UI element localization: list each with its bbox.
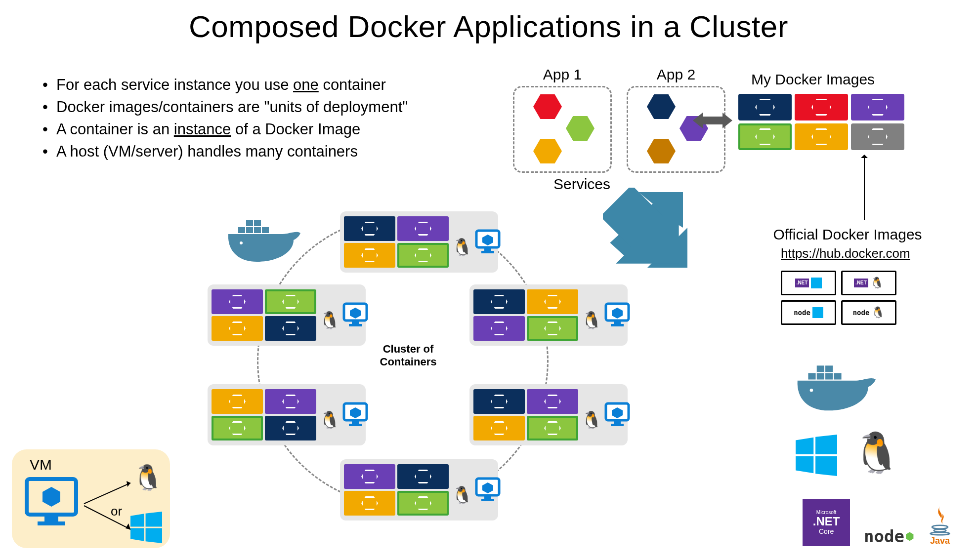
- app1-label: App 1: [513, 66, 612, 83]
- svg-marker-57: [146, 528, 162, 543]
- bullet-item: For each service instance you use one co…: [40, 74, 408, 96]
- monitor-icon: [474, 229, 503, 255]
- container-box: [527, 389, 578, 414]
- windows-icon: [130, 512, 162, 545]
- double-arrow-icon: [693, 112, 732, 129]
- svg-rect-24: [481, 251, 494, 253]
- vm-legend: VM 🐧 or: [12, 449, 170, 548]
- svg-rect-7: [246, 227, 253, 233]
- linux-icon: 🐧: [452, 239, 472, 255]
- my-images-label: My Docker Images: [751, 71, 875, 88]
- monitor-icon: [604, 401, 633, 428]
- hex-icon: [566, 116, 595, 141]
- cluster-node: 🐧: [208, 384, 366, 445]
- container-box: [397, 243, 449, 268]
- app1-box: [513, 86, 612, 173]
- bullet-item: Docker images/containers are "units of d…: [40, 96, 408, 119]
- services-label: Services: [553, 176, 610, 193]
- linux-icon: 🐧: [870, 277, 884, 289]
- svg-point-10: [240, 241, 243, 244]
- linux-icon: 🐧: [132, 463, 163, 492]
- monitor-icon: [604, 302, 633, 328]
- big-arrow-icon: [603, 188, 692, 277]
- official-image-tile: node🐧: [841, 300, 896, 325]
- svg-rect-44: [481, 499, 494, 501]
- linux-icon: 🐧: [319, 411, 340, 428]
- monitor-icon: [474, 477, 503, 503]
- docker-whale-icon: [223, 206, 307, 266]
- svg-rect-48: [38, 521, 65, 525]
- monitor-icon: [342, 302, 371, 328]
- cluster-node: 🐧: [469, 284, 628, 346]
- container-box: [344, 243, 395, 268]
- hex-icon: [533, 139, 562, 163]
- container-box: [397, 491, 449, 516]
- docker-image-box: [851, 123, 904, 150]
- svg-rect-8: [254, 227, 261, 233]
- svg-rect-23: [484, 248, 491, 251]
- svg-rect-5: [254, 220, 261, 226]
- container-box: [212, 316, 263, 341]
- windows-icon: [796, 435, 837, 478]
- linux-icon: 🐧: [871, 306, 885, 319]
- docker-image-box: [851, 94, 904, 120]
- svg-rect-14: [817, 373, 824, 380]
- svg-point-60: [931, 532, 950, 535]
- svg-marker-20: [796, 456, 813, 473]
- container-box: [473, 389, 525, 414]
- svg-rect-16: [834, 373, 841, 380]
- page-title: Composed Docker Applications in a Cluste…: [0, 0, 977, 44]
- container-box: [527, 416, 578, 440]
- official-image-tile: .NET🐧: [841, 271, 896, 295]
- hex-icon: [647, 94, 676, 119]
- svg-marker-0: [693, 113, 732, 128]
- linux-icon: 🐧: [581, 312, 602, 328]
- container-box: [265, 316, 316, 341]
- my-images-grid: [738, 94, 904, 150]
- svg-marker-51: [127, 481, 130, 487]
- linux-icon: 🐧: [581, 411, 602, 428]
- container-box: [212, 416, 263, 440]
- svg-rect-28: [349, 324, 362, 326]
- container-box: [527, 316, 578, 341]
- docker-image-box: [738, 123, 792, 150]
- svg-rect-6: [238, 227, 245, 233]
- container-box: [344, 216, 395, 241]
- svg-point-58: [932, 525, 948, 529]
- svg-rect-43: [484, 496, 491, 499]
- svg-rect-4: [246, 220, 253, 226]
- svg-point-17: [810, 389, 813, 392]
- hex-icon: [647, 139, 676, 163]
- svg-rect-9: [262, 227, 269, 233]
- svg-marker-56: [130, 528, 144, 541]
- svg-marker-49: [42, 487, 60, 507]
- svg-marker-3: [603, 188, 692, 277]
- cluster-node: 🐧: [469, 384, 628, 445]
- svg-rect-15: [825, 373, 833, 380]
- windows-icon: [812, 307, 823, 318]
- container-box: [473, 416, 525, 440]
- linux-icon: 🐧: [319, 312, 340, 328]
- container-box: [473, 316, 525, 341]
- svg-rect-35: [352, 421, 359, 424]
- svg-marker-19: [815, 435, 837, 454]
- container-box: [265, 416, 316, 440]
- container-box: [344, 464, 395, 489]
- docker-image-box: [795, 94, 848, 120]
- svg-rect-11: [817, 365, 824, 372]
- svg-marker-18: [796, 438, 813, 454]
- container-box: [397, 464, 449, 489]
- docker-image-box: [795, 123, 848, 150]
- svg-rect-47: [44, 517, 58, 521]
- container-box: [212, 389, 263, 414]
- docker-hub-link[interactable]: https://hub.docker.com: [781, 246, 910, 261]
- node-logo: node⬢: [864, 526, 914, 546]
- bullet-list: For each service instance you use one co…: [40, 74, 408, 163]
- monitor-icon: [342, 401, 371, 428]
- svg-rect-12: [825, 365, 833, 372]
- app2-label: App 2: [627, 66, 725, 83]
- container-box: [212, 289, 263, 314]
- monitor-icon: [24, 476, 83, 530]
- cluster-label: Cluster ofContainers: [374, 343, 443, 368]
- svg-marker-21: [815, 456, 837, 476]
